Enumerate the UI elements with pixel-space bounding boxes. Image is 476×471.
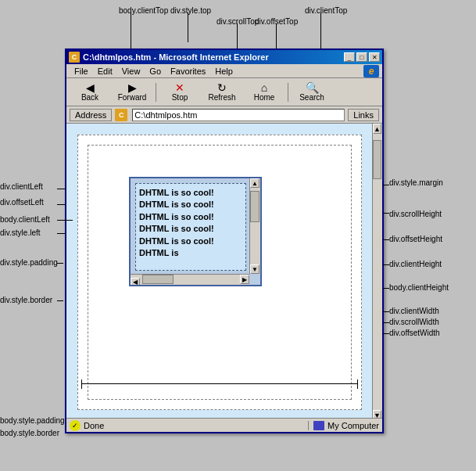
maximize-button[interactable]: □ [356,52,367,62]
search-label: Search [299,93,324,102]
menu-bar: File Edit View Go Favorites Help e [66,64,382,78]
annotation-div-scroll-width: div.scrollWidth [389,318,439,326]
title-bar: C C:\dhtmlpos.htm - Microsoft Internet E… [66,50,382,64]
minimize-button[interactable]: _ [344,52,355,62]
home-label: Home [254,93,275,102]
scrollable-div[interactable]: DHTML is so cool! DHTML is so cool! DHTM… [129,177,262,286]
div-scroll-thumb-v[interactable] [250,191,259,222]
div-inner-content: DHTML is so cool! DHTML is so cool! DHTM… [135,183,246,271]
back-icon: ◀ [86,82,95,93]
zone-text: My Computer [327,421,379,430]
menu-view[interactable]: View [117,66,145,77]
address-input[interactable]: C:\dhtmlpos.htm [132,109,345,121]
status-zone: My Computer [308,421,379,430]
content-area: DHTML is so cool! DHTML is so cool! DHTM… [66,124,382,430]
main-scroll-thumb[interactable] [373,140,381,179]
annotation-div-style-left: div.style.left [0,228,41,237]
div-scroll-thumb-h[interactable] [142,275,174,284]
toolbar: ◀ Back ▶ Forward ✕ Stop ↻ Refresh ⌂ Home… [66,78,382,106]
menu-file[interactable]: File [70,66,93,77]
annotation-div-scroll-top: div.scrollTop [217,17,259,26]
annotation-body-client-top: body.clientTop [119,6,168,15]
status-text: Done [84,421,104,430]
div-scrollbar-h[interactable]: ◀ ▶ [131,274,249,285]
annotation-div-client-top: div.clientTop [305,6,347,15]
forward-label: Forward [118,93,147,102]
annotation-div-style-top: div.style.top [170,6,211,15]
stop-icon: ✕ [175,82,184,93]
computer-icon [313,421,324,430]
search-button[interactable]: 🔍 Search [292,81,332,104]
main-scroll-up[interactable]: ▲ [373,124,381,134]
annotation-div-client-width: div.clientWidth [389,307,439,315]
address-bar: Address C C:\dhtmlpos.htm Links [66,106,382,124]
back-label: Back [81,93,98,102]
bcw-left-tick [81,379,82,389]
page-margin: DHTML is so cool! DHTML is so cool! DHTM… [66,124,382,430]
address-icon: C [115,109,127,121]
home-button[interactable]: ⌂ Home [244,81,285,104]
forward-icon: ▶ [128,82,137,93]
menu-edit[interactable]: Edit [93,66,117,77]
stop-button[interactable]: ✕ Stop [159,81,200,104]
annotation-div-style-padding: div.style.padding [0,258,58,267]
menu-favorites[interactable]: Favorites [166,66,210,77]
status-icon: ✓ [70,420,81,431]
page-content-area: DHTML is so cool! DHTML is so cool! DHTM… [77,135,362,410]
ie-logo: e [363,65,379,77]
home-icon: ⌂ [261,82,267,93]
annotation-div-client-height: div.clientHeight [389,260,442,268]
div-scroll-up[interactable]: ▲ [250,178,259,188]
body-client-width-line [81,383,358,384]
annotation-div-style-border: div.style.border [0,296,52,304]
forward-button[interactable]: ▶ Forward [112,81,152,104]
address-label: Address [70,109,112,121]
refresh-button[interactable]: ↻ Refresh [202,81,242,104]
annotation-div-style-margin: div.style.margin [389,178,443,187]
browser-icon: C [69,52,80,63]
refresh-icon: ↻ [217,82,227,93]
search-icon: 🔍 [306,82,319,93]
menu-help[interactable]: Help [210,66,238,77]
annotation-body-style-border: body.style.border [0,429,59,437]
div-scroll-left[interactable]: ◀ [131,278,140,287]
annotation-body-client-height: body.clientHeight [389,283,449,292]
browser-window: C C:\dhtmlpos.htm - Microsoft Internet E… [65,49,384,433]
annotation-body-client-left: body.clientLeft [0,215,50,224]
stop-label: Stop [172,93,188,102]
close-button[interactable]: ✕ [369,52,380,62]
refresh-label: Refresh [208,93,235,102]
main-scrollbar-v[interactable]: ▲ ▼ [372,124,382,420]
annotation-div-offset-height: div.offsetHeight [389,235,442,243]
annotation-div-offset-left: div.offsetLeft [0,198,44,207]
menu-go[interactable]: Go [145,66,166,77]
annotation-div-offset-width: div.offsetWidth [389,329,440,337]
div-scrollbar-v[interactable]: ▲ ▼ [249,178,260,274]
annotation-body-style-padding: body.style.padding [0,416,65,425]
div-scroll-right[interactable]: ▶ [240,275,249,284]
links-button[interactable]: Links [348,109,379,121]
div-text-content: DHTML is so cool! DHTML is so cool! DHTM… [139,187,242,259]
window-title: C:\dhtmlpos.htm - Microsoft Internet Exp… [83,52,269,62]
bcw-right-tick [357,379,358,389]
status-bar: ✓ Done My Computer [66,418,382,432]
back-button[interactable]: ◀ Back [70,81,110,104]
div-scroll-down[interactable]: ▼ [250,264,259,274]
annotation-div-scroll-height: div.scrollHeight [389,210,442,218]
inner-dashed-box: DHTML is so cool! DHTML is so cool! DHTM… [88,145,352,400]
annotation-div-client-left: div.clientLeft [0,182,43,191]
